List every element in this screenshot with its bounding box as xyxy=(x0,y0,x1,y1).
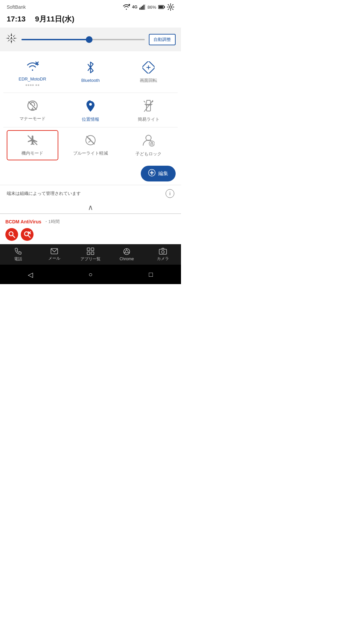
svg-rect-2 xyxy=(139,8,140,10)
svg-rect-45 xyxy=(87,248,90,251)
time-label: 17:13 xyxy=(7,15,25,23)
notification-icons xyxy=(5,228,176,241)
tile-bluelight[interactable]: ブルーライト軽減 xyxy=(65,131,116,160)
recents-icon: □ xyxy=(149,271,153,278)
wifi-tile-icon xyxy=(26,61,39,74)
airplane-tile-label: 機内モード xyxy=(21,151,43,156)
dock-label-chrome: Chrome xyxy=(120,257,134,261)
edit-row: 編集 xyxy=(0,162,181,185)
svg-point-23 xyxy=(89,103,92,106)
kidlock-tile-icon xyxy=(142,134,155,149)
svg-text:A: A xyxy=(10,37,12,40)
dock-item-chrome[interactable]: Chrome xyxy=(117,248,137,261)
nav-recents-button[interactable]: □ xyxy=(145,269,157,281)
date-label: 9月11日(水) xyxy=(35,15,74,23)
notification-section: BCDM AntiVirus ・1時間 xyxy=(0,213,181,244)
management-text: 端末は組織によって管理されています xyxy=(7,191,81,197)
svg-rect-8 xyxy=(164,6,165,8)
edit-button[interactable]: 編集 xyxy=(141,166,176,181)
brightness-slider[interactable] xyxy=(21,39,145,40)
battery-icon xyxy=(158,5,165,9)
tiles-row-3: 機内モード ブルーライト軽減 xyxy=(0,127,181,162)
notif-icon-alert[interactable] xyxy=(21,228,34,241)
home-icon: ○ xyxy=(88,271,93,278)
bluelight-tile-label: ブルーライト軽減 xyxy=(73,151,108,156)
back-icon: ◁ xyxy=(28,271,33,279)
notif-app-name: BCDM AntiVirus xyxy=(5,219,41,224)
chevron-up-icon: ∧ xyxy=(88,203,93,212)
mute-tile-label: マナーモード xyxy=(19,116,46,122)
location-tile-label: 位置情報 xyxy=(82,117,99,122)
edit-button-icon xyxy=(148,169,156,178)
svg-rect-48 xyxy=(91,252,94,255)
svg-line-28 xyxy=(144,100,153,112)
notif-time: ・1時間 xyxy=(44,219,59,225)
flashlight-tile-label: 簡易ライト xyxy=(138,117,160,122)
auto-adjust-button[interactable]: 自動調整 xyxy=(149,34,176,45)
svg-point-32 xyxy=(146,135,151,141)
svg-point-36 xyxy=(152,170,153,171)
svg-rect-3 xyxy=(141,7,142,10)
datetime-display: 17:13 9月11日(水) xyxy=(7,15,74,23)
notification-header: BCDM AntiVirus ・1時間 xyxy=(5,219,176,225)
wifi-icon xyxy=(123,4,130,10)
svg-rect-46 xyxy=(91,248,94,251)
dock-item-phone[interactable]: 電話 xyxy=(8,248,28,262)
svg-rect-4 xyxy=(142,6,143,10)
battery-percent: 86% xyxy=(147,5,156,10)
location-tile-icon xyxy=(85,100,96,114)
bottom-dock: 電話 メール アプリ一覧 Chrome カメ xyxy=(0,244,181,265)
bluetooth-tile-icon xyxy=(85,61,96,75)
wifi-tile-label: EDR_MotoDR●●●● ●● xyxy=(18,76,46,88)
rotate-tile-label: 画面回転 xyxy=(140,78,157,84)
svg-line-25 xyxy=(144,101,145,102)
nav-home-button[interactable]: ○ xyxy=(84,269,97,281)
tile-location[interactable]: 位置情報 xyxy=(65,96,116,125)
svg-point-55 xyxy=(162,251,164,253)
nav-bar: ◁ ○ □ xyxy=(0,265,181,284)
tile-rotate[interactable]: 画面回転 xyxy=(123,58,174,91)
dock-item-camera[interactable]: カメラ xyxy=(153,248,173,262)
svg-rect-9 xyxy=(159,6,163,8)
collapse-chevron[interactable]: ∧ xyxy=(0,201,181,213)
dock-item-mail[interactable]: メール xyxy=(44,248,64,261)
svg-line-31 xyxy=(86,136,95,144)
svg-point-50 xyxy=(125,250,128,253)
brightness-icon: A xyxy=(5,32,17,47)
notif-icon-search[interactable] xyxy=(5,228,18,241)
tiles-row-2: マナーモード 位置情報 xyxy=(0,93,181,127)
svg-line-39 xyxy=(13,235,15,237)
dock-label-phone: 電話 xyxy=(14,256,22,262)
tile-flashlight[interactable]: 簡易ライト xyxy=(123,96,174,125)
tile-mute[interactable]: マナーモード xyxy=(7,96,58,125)
dock-label-mail: メール xyxy=(48,256,60,261)
tile-wifi[interactable]: EDR_MotoDR●●●● ●● xyxy=(7,58,58,91)
svg-rect-47 xyxy=(87,252,90,255)
4g-label: 4G xyxy=(132,5,137,9)
edit-button-label: 編集 xyxy=(158,170,168,177)
svg-point-37 xyxy=(152,174,153,175)
dock-item-apps[interactable]: アプリ一覧 xyxy=(80,248,101,262)
flashlight-tile-icon xyxy=(143,100,154,114)
status-icons: 4G 86% xyxy=(123,3,174,11)
carrier-label: SoftBank xyxy=(7,4,26,10)
info-icon[interactable]: i xyxy=(166,189,174,198)
tile-bluetooth[interactable]: Bluetooth xyxy=(65,58,116,91)
svg-point-10 xyxy=(170,6,172,8)
airplane-tile-icon xyxy=(26,134,39,148)
bluelight-tile-icon xyxy=(84,134,97,148)
brightness-row: A 自動調整 xyxy=(0,28,181,51)
management-row: 端末は組織によって管理されています i xyxy=(0,185,181,201)
svg-rect-6 xyxy=(145,4,145,10)
status-bar: SoftBank 4G 86% xyxy=(0,0,181,13)
settings-icon[interactable] xyxy=(167,3,174,11)
rotate-tile-icon xyxy=(142,61,155,75)
svg-rect-5 xyxy=(143,5,144,10)
kidlock-tile-label: 子どもロック xyxy=(135,151,162,157)
tiles-row-1: EDR_MotoDR●●●● ●● Bluetooth 画面回転 xyxy=(0,55,181,93)
dock-label-camera: カメラ xyxy=(157,256,169,262)
tile-airplane[interactable]: 機内モード xyxy=(7,131,58,160)
tile-kidlock[interactable]: 子どもロック xyxy=(123,131,174,160)
datetime-bar: 17:13 9月11日(水) xyxy=(0,13,181,28)
nav-back-button[interactable]: ◁ xyxy=(24,269,36,281)
